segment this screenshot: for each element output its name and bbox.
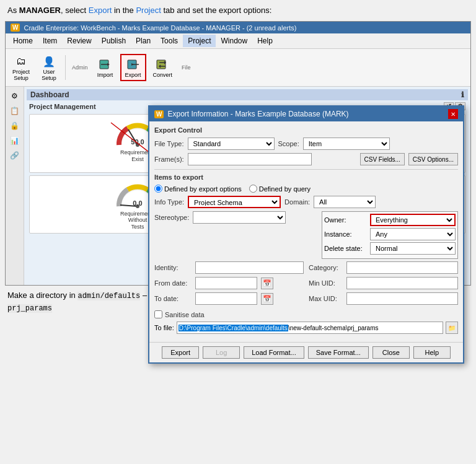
instruction-top: As MANAGER, select Export in the Project… (0, 0, 476, 19)
to-file-label: To file: (154, 324, 174, 331)
stereotype-label: Stereotype: (154, 214, 189, 221)
app-title: Cradle Enterprise: WorkBench - Marks Exa… (24, 24, 296, 32)
menu-plan[interactable]: Plan (131, 35, 156, 47)
instance-label: Instance: (324, 230, 368, 238)
convert-button[interactable]: Convert (149, 55, 177, 81)
menu-bar: Home Item Review Publish Plan Tools Proj… (6, 33, 470, 49)
radio-defined-by-query[interactable]: Defined by query (249, 185, 311, 193)
from-date-input[interactable] (195, 277, 257, 289)
file-browse-button[interactable]: 📁 (446, 322, 458, 334)
convert-icon (155, 57, 170, 72)
export-button[interactable]: Export (120, 54, 146, 81)
sidebar-icon-3[interactable]: 🔒 (8, 119, 22, 133)
identity-label: Identity: (154, 264, 192, 271)
from-date-label: From date: (154, 279, 192, 287)
menu-help[interactable]: Help (252, 35, 278, 47)
info-type-label: Info Type: (154, 198, 184, 206)
min-uid-label: Min UID: (309, 279, 343, 287)
min-uid-input[interactable] (346, 277, 458, 289)
file-type-row: File Type: Standard Scope: Item (154, 138, 458, 150)
content-area: ⚙ 📋 🔒 📊 🔗 Dashboard ℹ Project Management… (6, 87, 470, 285)
export-control-title: Export Control (154, 126, 458, 134)
file-path-rest: \new-default-schema\prj_params (288, 325, 379, 331)
domain-select[interactable]: All (314, 196, 376, 208)
convert-label: Convert (153, 72, 173, 78)
identity-row: Identity: (154, 261, 304, 274)
export-action-button[interactable]: Export (162, 346, 199, 359)
radio-export-label: Defined by export options (164, 185, 242, 193)
menu-project[interactable]: Project (183, 35, 216, 47)
menu-home[interactable]: Home (8, 35, 38, 47)
stereotype-select[interactable] (193, 211, 286, 224)
user-setup-button[interactable]: 👤 UserSetup (37, 51, 61, 84)
sanitise-label: Sanitise data (165, 311, 205, 318)
radio-defined-by-export[interactable]: Defined by export options (154, 185, 242, 193)
import-icon (98, 57, 113, 72)
project-link: Project (136, 6, 161, 15)
to-date-label: To date: (154, 295, 192, 302)
owner-row: Owner: Everything (324, 214, 456, 226)
delete-state-row: Delete state: Normal (324, 242, 456, 255)
max-uid-input[interactable] (346, 292, 458, 305)
frames-input[interactable] (188, 153, 312, 165)
category-row: Category: (309, 261, 458, 274)
info-type-row: Info Type: Project Schema Domain: All (154, 196, 458, 208)
close-button[interactable]: Close (372, 346, 410, 359)
csv-fields-button[interactable]: CSV Fields... (360, 153, 405, 165)
instance-select[interactable]: Any (370, 228, 456, 240)
identity-input[interactable] (195, 261, 304, 274)
dialog-titlebar: W Export Information - Marks Example Dat… (149, 107, 463, 121)
menu-item[interactable]: Item (38, 35, 62, 47)
stereotype-row: Stereotype: (154, 211, 317, 224)
items-to-export-title: Items to export (154, 173, 458, 181)
import-button[interactable]: Import (93, 55, 118, 81)
to-date-input[interactable] (195, 292, 257, 305)
project-setup-label: ProjectSetup (12, 69, 30, 81)
project-setup-button[interactable]: 🗂 ProjectSetup (8, 51, 34, 84)
sidebar-icon-5[interactable]: 🔗 (8, 149, 22, 162)
owner-label: Owner: (324, 216, 368, 224)
help-button[interactable]: Help (413, 346, 451, 359)
sidebar-icon-4[interactable]: 📊 (8, 134, 22, 147)
file-path-highlight: D:\Program Files\Cradle\admin\defaults (178, 325, 288, 331)
csv-options-button[interactable]: CSV Options... (408, 153, 458, 165)
save-format-button[interactable]: Save Format... (308, 346, 369, 359)
menu-review[interactable]: Review (62, 35, 96, 47)
dialog-body: Export Control File Type: Standard Scope… (149, 121, 463, 342)
admin-section-label: Admin (72, 64, 88, 71)
w-logo: W (11, 24, 20, 32)
svg-text:50.0: 50.0 (131, 138, 144, 146)
scope-select[interactable]: Item (303, 138, 390, 150)
divider-1 (154, 169, 458, 170)
owner-select[interactable]: Everything (370, 214, 456, 226)
dashboard-info-icon[interactable]: ℹ (461, 90, 464, 99)
info-type-select[interactable]: Project Schema (188, 196, 281, 208)
sidebar-icon-1[interactable]: ⚙ (8, 89, 22, 103)
from-date-calendar-icon[interactable]: 📅 (261, 278, 273, 289)
menu-window[interactable]: Window (216, 35, 252, 47)
file-type-select[interactable]: Standard (188, 138, 275, 150)
left-identity: Identity: From date: 📅 To date: 📅 (154, 261, 304, 308)
frames-row: Frame(s): CSV Fields... CSV Options... (154, 153, 458, 165)
menu-tools[interactable]: Tools (156, 35, 183, 47)
dialog-close-button[interactable]: ✕ (448, 109, 458, 119)
log-button[interactable]: Log (203, 346, 240, 359)
max-uid-label: Max UID: (309, 295, 343, 302)
sidebar-icon-2[interactable]: 📋 (8, 104, 22, 118)
file-path-display[interactable]: D:\Program Files\Cradle\admin\defaults\n… (177, 322, 443, 334)
load-format-button[interactable]: Load Format... (244, 346, 304, 359)
export-dialog: W Export Information - Marks Example Dat… (148, 105, 464, 364)
delete-state-select[interactable]: Normal (370, 242, 456, 255)
domain-label: Domain: (284, 198, 310, 206)
category-input[interactable] (346, 261, 458, 274)
sanitise-checkbox[interactable] (154, 310, 162, 318)
instruction-bottom-code-2: prj_params (7, 304, 52, 313)
menu-publish[interactable]: Publish (97, 35, 131, 47)
to-date-calendar-icon[interactable]: 📅 (261, 293, 273, 305)
app-window: W Cradle Enterprise: WorkBench - Marks E… (5, 21, 471, 286)
radio-group: Defined by export options Defined by que… (154, 185, 458, 193)
identity-area: Identity: From date: 📅 To date: 📅 (154, 261, 458, 308)
frames-label: Frame(s): (154, 155, 184, 163)
left-fields: Stereotype: (154, 211, 317, 259)
sanitise-row: Sanitise data (154, 310, 458, 318)
